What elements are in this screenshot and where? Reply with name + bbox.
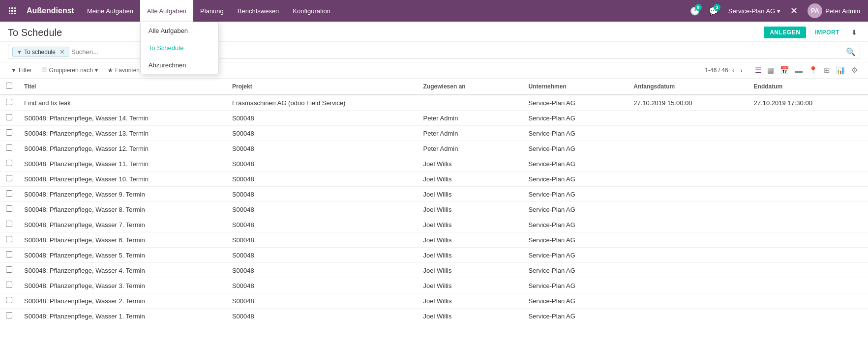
table-row[interactable]: S00048: Pflanzenpflege, Wasser 8. Termin… — [0, 202, 868, 217]
row-checkbox[interactable] — [6, 236, 12, 242]
filter-tag-close-button[interactable]: ✕ — [60, 48, 65, 56]
apps-menu-button[interactable] — [4, 7, 21, 14]
close-button[interactable]: ✕ — [787, 5, 801, 16]
row-end-date — [748, 172, 868, 187]
row-title[interactable]: S00048: Pflanzenpflege, Wasser 7. Termin — [18, 217, 226, 232]
list-view-button[interactable]: ☰ — [752, 64, 764, 76]
col-project[interactable]: Projekt — [226, 79, 418, 95]
row-end-date — [748, 293, 868, 309]
group-by-button[interactable]: ☰ Gruppieren nach ▾ — [39, 65, 101, 75]
row-title[interactable]: S00048: Pflanzenpflege, Wasser 10. Termi… — [18, 172, 226, 187]
filter-button[interactable]: ▼ Filter — [8, 65, 35, 75]
row-project[interactable]: S00048 — [226, 202, 418, 217]
table-row[interactable]: S00048: Pflanzenpflege, Wasser 12. Termi… — [0, 141, 868, 156]
table-row[interactable]: S00048: Pflanzenpflege, Wasser 4. Termin… — [0, 263, 868, 278]
gantt-view-button[interactable]: ▬ — [793, 65, 805, 76]
row-title[interactable]: S00048: Pflanzenpflege, Wasser 11. Termi… — [18, 156, 226, 172]
dropdown-to-schedule[interactable]: To Schedule — [141, 39, 218, 57]
company-selector[interactable]: Service-Plan AG ▾ — [724, 7, 784, 15]
row-project[interactable]: S00048 — [226, 293, 418, 309]
map-view-button[interactable]: 📍 — [806, 64, 820, 76]
row-project[interactable]: S00048 — [226, 172, 418, 187]
chat-button[interactable]: 💬 3 — [706, 3, 721, 19]
table-row[interactable]: S00048: Pflanzenpflege, Wasser 1. Termin… — [0, 309, 868, 322]
activity-button[interactable]: 🕐 9 — [687, 3, 703, 19]
row-title[interactable]: S00048: Pflanzenpflege, Wasser 12. Termi… — [18, 141, 226, 156]
col-title[interactable]: Titel — [18, 79, 226, 95]
row-project[interactable]: Fräsmaschinen AG (odoo Field Service) — [226, 95, 418, 111]
row-title[interactable]: S00048: Pflanzenpflege, Wasser 13. Termi… — [18, 126, 226, 141]
row-checkbox[interactable] — [6, 266, 12, 273]
nav-berichtswesen[interactable]: Berichtswesen — [231, 0, 286, 22]
row-project[interactable]: S00048 — [226, 217, 418, 232]
row-title[interactable]: S00048: Pflanzenpflege, Wasser 1. Termin — [18, 309, 226, 322]
calendar-view-button[interactable]: 📅 — [778, 64, 792, 76]
dropdown-abzurechnen[interactable]: Abzurechnen — [141, 57, 218, 74]
table-row[interactable]: S00048: Pflanzenpflege, Wasser 5. Termin… — [0, 248, 868, 263]
row-title[interactable]: S00048: Pflanzenpflege, Wasser 14. Termi… — [18, 111, 226, 126]
table-row[interactable]: S00048: Pflanzenpflege, Wasser 6. Termin… — [0, 232, 868, 248]
prev-page-button[interactable]: ‹ — [730, 65, 737, 75]
nav-alle-aufgaben[interactable]: Alle Aufgaben Alle Aufgaben To Schedule … — [140, 0, 193, 22]
row-checkbox[interactable] — [6, 190, 12, 197]
chart-view-button[interactable]: 📊 — [834, 64, 848, 76]
table-row[interactable]: S00048: Pflanzenpflege, Wasser 13. Termi… — [0, 126, 868, 141]
row-checkbox[interactable] — [6, 297, 12, 303]
col-assigned[interactable]: Zugewiesen an — [418, 79, 523, 95]
table-row[interactable]: S00048: Pflanzenpflege, Wasser 10. Termi… — [0, 172, 868, 187]
row-project[interactable]: S00048 — [226, 156, 418, 172]
row-project[interactable]: S00048 — [226, 309, 418, 322]
row-checkbox[interactable] — [6, 175, 12, 181]
row-title[interactable]: S00048: Pflanzenpflege, Wasser 3. Termin — [18, 278, 226, 293]
row-project[interactable]: S00048 — [226, 232, 418, 248]
row-checkbox[interactable] — [6, 99, 12, 105]
table-row[interactable]: S00048: Pflanzenpflege, Wasser 2. Termin… — [0, 293, 868, 309]
import-button[interactable]: IMPORT — [810, 27, 844, 38]
col-start-date[interactable]: Anfangsdatum — [628, 79, 748, 95]
select-all-checkbox[interactable] — [6, 83, 12, 89]
table-row[interactable]: S00048: Pflanzenpflege, Wasser 7. Termin… — [0, 217, 868, 232]
row-checkbox[interactable] — [6, 160, 12, 166]
row-project[interactable]: S00048 — [226, 278, 418, 293]
row-project[interactable]: S00048 — [226, 263, 418, 278]
row-checkbox[interactable] — [6, 282, 12, 288]
grid-view-button[interactable]: ⊞ — [821, 64, 833, 76]
nav-meine-aufgaben[interactable]: Meine Aufgaben — [80, 0, 140, 22]
table-row[interactable]: Find and fix leak Fräsmaschinen AG (odoo… — [0, 95, 868, 111]
download-button[interactable]: ⬇ — [848, 27, 860, 38]
dropdown-alle-aufgaben[interactable]: Alle Aufgaben — [141, 22, 218, 39]
row-title[interactable]: S00048: Pflanzenpflege, Wasser 2. Termin — [18, 293, 226, 309]
row-checkbox[interactable] — [6, 144, 12, 151]
col-company[interactable]: Unternehmen — [522, 79, 628, 95]
row-project[interactable]: S00048 — [226, 111, 418, 126]
row-checkbox[interactable] — [6, 312, 12, 318]
kanban-view-button[interactable]: ▦ — [765, 64, 777, 76]
row-title[interactable]: S00048: Pflanzenpflege, Wasser 8. Termin — [18, 202, 226, 217]
row-checkbox[interactable] — [6, 129, 12, 136]
row-checkbox[interactable] — [6, 251, 12, 258]
row-checkbox[interactable] — [6, 114, 12, 120]
row-checkbox[interactable] — [6, 221, 12, 227]
nav-planung[interactable]: Planung — [193, 0, 231, 22]
row-project[interactable]: S00048 — [226, 187, 418, 202]
table-row[interactable]: S00048: Pflanzenpflege, Wasser 3. Termin… — [0, 278, 868, 293]
nav-konfiguration[interactable]: Konfiguration — [286, 0, 337, 22]
table-row[interactable]: S00048: Pflanzenpflege, Wasser 11. Termi… — [0, 156, 868, 172]
row-project[interactable]: S00048 — [226, 141, 418, 156]
row-title[interactable]: S00048: Pflanzenpflege, Wasser 5. Termin — [18, 248, 226, 263]
row-title[interactable]: S00048: Pflanzenpflege, Wasser 4. Termin — [18, 263, 226, 278]
table-row[interactable]: S00048: Pflanzenpflege, Wasser 14. Termi… — [0, 111, 868, 126]
table-row[interactable]: S00048: Pflanzenpflege, Wasser 9. Termin… — [0, 187, 868, 202]
user-menu[interactable]: PA Peter Admin — [804, 3, 864, 18]
row-project[interactable]: S00048 — [226, 126, 418, 141]
search-button[interactable]: 🔍 — [846, 47, 856, 57]
create-button[interactable]: ANLEGEN — [764, 27, 806, 38]
next-page-button[interactable]: › — [738, 65, 745, 75]
row-title[interactable]: Find and fix leak — [18, 95, 226, 111]
settings-view-button[interactable]: ⚙ — [849, 64, 860, 76]
col-end-date[interactable]: Enddatum — [748, 79, 868, 95]
row-checkbox[interactable] — [6, 205, 12, 212]
row-title[interactable]: S00048: Pflanzenpflege, Wasser 6. Termin — [18, 232, 226, 248]
row-title[interactable]: S00048: Pflanzenpflege, Wasser 9. Termin — [18, 187, 226, 202]
row-project[interactable]: S00048 — [226, 248, 418, 263]
